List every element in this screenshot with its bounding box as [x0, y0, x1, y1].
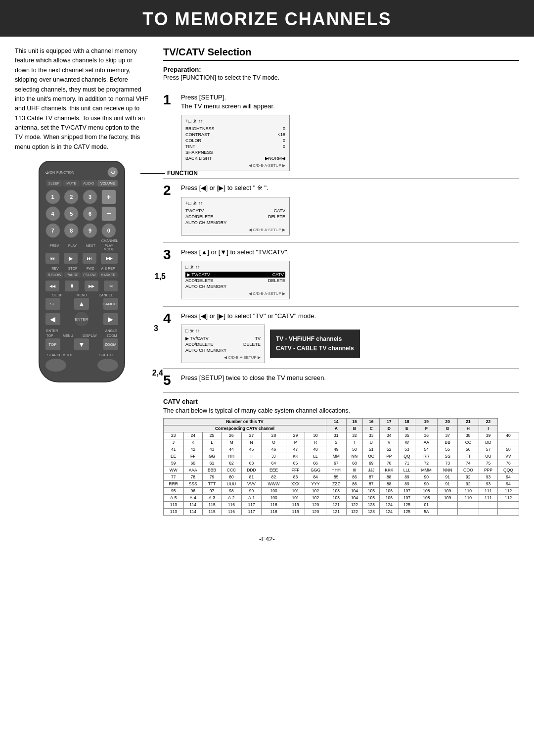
- volume-button[interactable]: VOLUME: [97, 180, 118, 187]
- remote-top-row: ⏻/ON FUNCTION ⏻: [45, 167, 118, 178]
- step-4-screen: □ ※ ↑↑ ▶ TV/CATVTV ADD/DELETEDELETE AUTO…: [181, 325, 265, 363]
- menu-row-auto4: AUTO CH MEMORY: [185, 347, 261, 353]
- btn-3[interactable]: 3: [83, 189, 97, 204]
- dpad-mid-row: ◀ ENTER ▶: [45, 311, 118, 327]
- left-button[interactable]: ◀: [45, 313, 60, 325]
- step-4-num: 4: [163, 312, 181, 363]
- topmenu-button[interactable]: TOP: [45, 338, 60, 350]
- dpad-top-row: SE ▲ CANCEL: [45, 298, 118, 310]
- subtitle-label: SUBTITLE: [99, 353, 116, 357]
- lr-dpad-row: TOP ▼ ZOOM: [45, 338, 118, 350]
- transport-labels: PREV PLAY NEXT PLAY MODE: [45, 244, 118, 251]
- channel-label: CHANNEL: [45, 239, 118, 242]
- play-button[interactable]: ▶: [64, 253, 78, 264]
- next-button[interactable]: ⏭: [83, 253, 96, 264]
- step-3-num: 3: [163, 248, 181, 301]
- btn-minus[interactable]: −: [101, 206, 116, 221]
- setup-button[interactable]: SE: [45, 298, 60, 310]
- remote-illustration: ⏻/ON FUNCTION ⏻ SLEEP MUTE AUDIO VOLUME: [15, 161, 148, 382]
- catv-title: CATV chart: [163, 398, 519, 405]
- btn-1[interactable]: 1: [45, 189, 60, 204]
- subtitle-button[interactable]: [97, 359, 118, 372]
- step-1: 1 Press [SETUP].The TV menu screen will …: [163, 88, 519, 179]
- catv-row: 1131141151161171181191201211221231241250…: [164, 501, 519, 508]
- menu-footer-4: ◀ C/D·B·A·SETUP ▶: [185, 355, 261, 360]
- catv-row: RRRSSSTTTUUUVVVWWWXXXYYYZZZ8687888990919…: [164, 480, 519, 487]
- prev-button[interactable]: ⏮: [45, 253, 59, 264]
- pause-row: ◀◀ ⏸ ▶▶ M: [45, 281, 118, 291]
- remote-control: ⏻/ON FUNCTION ⏻ SLEEP MUTE AUDIO VOLUME: [39, 161, 125, 382]
- catv-section: CATV chart The chart below is typical of…: [163, 398, 519, 516]
- marker-label: MARKER: [99, 272, 118, 278]
- step-3-instruction: Press [▲] or [▼] to select "TV/CATV".: [181, 248, 519, 257]
- audio-button[interactable]: AUDIO: [81, 180, 97, 187]
- btn-8[interactable]: 8: [64, 223, 79, 238]
- btn-9[interactable]: 9: [83, 223, 97, 238]
- step-3-content: Press [▲] or [▼] to select "TV/CATV". □ …: [181, 248, 519, 301]
- bottom-btns: [45, 359, 118, 372]
- main-content: This unit is equipped with a channel mem…: [0, 37, 534, 525]
- page: TO MEMORIZE CHANNELS This unit is equipp…: [0, 0, 534, 756]
- label-24: 2,4: [152, 369, 163, 378]
- step-1-content: Press [SETUP].The TV menu screen will ap…: [181, 93, 519, 173]
- marker-button[interactable]: M: [104, 281, 118, 291]
- searchmode-button[interactable]: [45, 359, 66, 372]
- prev-label: PREV: [45, 244, 64, 251]
- step-2-num: 2: [163, 184, 181, 237]
- step-4-desc: TV - VHF/UHF channels CATV - CABLE TV ch…: [270, 325, 519, 363]
- down-button[interactable]: ▼: [74, 338, 89, 350]
- step-3: 3 Press [▲] or [▼] to select "TV/CATV". …: [163, 243, 519, 307]
- power-button[interactable]: ⏻: [107, 167, 118, 178]
- sleep-button[interactable]: SLEEP: [46, 180, 62, 187]
- menu-row-sharpness: SHARPNESS: [185, 149, 285, 155]
- search-sub-labels: SEARCH MODE SUBTITLE: [45, 353, 118, 357]
- menu-header-2: +□ ※ ↑↑: [185, 200, 285, 206]
- menu-header-3: □ ※ ↑↑: [185, 264, 285, 270]
- transport-row: ⏮ ▶ ⏭ ▶▶: [45, 253, 118, 264]
- btn-plus[interactable]: +: [101, 189, 116, 204]
- function-line: [140, 173, 165, 174]
- function-label-wrap: FUNCTION: [140, 170, 198, 177]
- fslow-button[interactable]: ▶▶: [85, 281, 98, 291]
- next-label: NEXT: [82, 244, 100, 251]
- prep-text: Press [FUNCTION] to select the TV mode.: [163, 74, 519, 81]
- fwd-label: FWD: [82, 267, 99, 270]
- btn-6[interactable]: 6: [83, 206, 97, 221]
- pause-button[interactable]: ⏸: [65, 281, 79, 291]
- catv-table: Number on this TV 141516 171819 202122 C…: [163, 418, 519, 516]
- right-column: TV/CATV Selection Preparation: Press [FU…: [163, 47, 519, 516]
- step-2-content: Press [◀] or [▶] to select " ※ ". +□ ※ ↑…: [181, 184, 519, 237]
- enter-button[interactable]: ENTER: [74, 311, 89, 327]
- btn-2[interactable]: 2: [64, 189, 79, 204]
- catv-header-row-1: Number on this TV 141516 171819 202122: [164, 418, 519, 425]
- zoom-button[interactable]: ZOOM: [103, 338, 118, 350]
- playmode-button[interactable]: ▶▶: [101, 253, 118, 264]
- searchmode-label: SEARCH MODE: [47, 353, 73, 357]
- menu-header-4: □ ※ ↑↑: [185, 328, 261, 333]
- enter-angle-labels: ENTER ANGLE: [45, 329, 118, 333]
- step-5-instruction: Press [SETUP] twice to close the TV menu…: [181, 374, 519, 382]
- step-4-info-box: TV - VHF/UHF channels CATV - CABLE TV ch…: [270, 330, 360, 358]
- btn-5[interactable]: 5: [64, 206, 79, 221]
- step-2: 2 Press [◀] or [▶] to select " ※ ". +□ ※…: [163, 179, 519, 242]
- up-button[interactable]: ▲: [74, 298, 89, 310]
- cancel-button[interactable]: CANCEL: [103, 298, 118, 310]
- step-1-num: 1: [163, 93, 181, 173]
- catv-row: A-5A-4A-3A-2A-11001011021031041051061071…: [164, 494, 519, 501]
- catv-row: WWAAABBBCCCDDDEEEFFFGGGHHHIIIJJJKKKLLLMM…: [164, 467, 519, 473]
- step-3-screen: □ ※ ↑↑ ▶ TV/CATVCATV ADD/DELETEDELETE AU…: [181, 261, 290, 299]
- menu-icon-4: □ ※ ↑↑: [185, 328, 200, 333]
- right-button[interactable]: ▶: [103, 313, 118, 325]
- page-footer: -E42-: [0, 525, 534, 548]
- btn-0[interactable]: 0: [101, 223, 116, 238]
- btn-4[interactable]: 4: [45, 206, 60, 221]
- btn-7[interactable]: 7: [45, 223, 60, 238]
- page-title: TO MEMORIZE CHANNELS: [0, 9, 534, 30]
- menu-footer-2: ◀ C/D·B·A·SETUP ▶: [185, 228, 285, 232]
- catv-header-row-2: Corresponding CATV channel ABC DEF GHI: [164, 425, 519, 432]
- mute-button[interactable]: MUTE: [63, 180, 80, 187]
- rslow-button[interactable]: ◀◀: [45, 281, 59, 291]
- page-header: TO MEMORIZE CHANNELS: [0, 0, 534, 37]
- cancel-label: CANCEL: [94, 293, 118, 297]
- numpad: 1 2 3 + 4 5 6 − 7 8 9 0: [45, 189, 118, 238]
